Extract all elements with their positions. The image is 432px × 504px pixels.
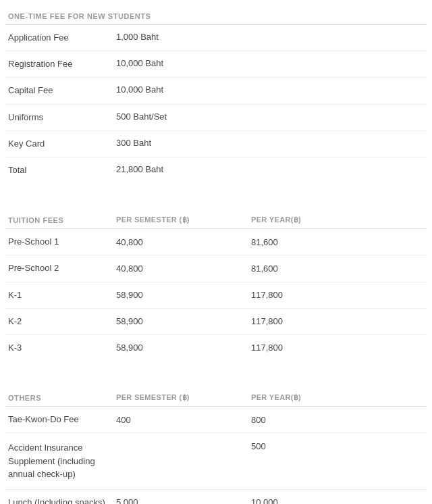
spacer-2 — [5, 374, 427, 388]
fee-row-uniforms: Uniforms 500 Baht/Set — [5, 105, 427, 131]
row-semester-lunch: 5,000 — [116, 497, 238, 504]
row-name-preschool1: Pre-School 1 — [8, 236, 116, 248]
spacer-1 — [5, 197, 427, 210]
tuition-row-k3: K-3 58,900 117,800 — [5, 335, 427, 361]
fee-value-registration: 10,000 Baht — [116, 58, 238, 68]
tuition-row-k1: K-1 58,900 117,800 — [5, 282, 427, 309]
fee-value-application: 1,000 Baht — [116, 32, 238, 42]
fee-label-registration: Registration Fee — [8, 58, 116, 70]
fee-label-capital: Capital Fee — [8, 84, 116, 97]
fee-row-keycard: Key Card 300 Baht — [5, 131, 427, 157]
row-semester-tkd: 400 — [116, 415, 238, 425]
row-semester-preschool1: 40,800 — [116, 237, 238, 247]
others-col-name: OTHERS — [8, 394, 116, 402]
tuition-row-k2: K-2 58,900 117,800 — [5, 309, 427, 335]
others-header: OTHERS PER SEMESTER (฿) PER YEAR(฿) — [5, 388, 427, 407]
tuition-col-semester: PER SEMESTER (฿) — [116, 216, 238, 224]
row-semester-preschool2: 40,800 — [116, 263, 238, 274]
fee-row-registration: Registration Fee 10,000 Baht — [5, 51, 427, 78]
tuition-fees-section: TUITION FEES PER SEMESTER (฿) PER YEAR(฿… — [5, 210, 427, 361]
tuition-header: TUITION FEES PER SEMESTER (฿) PER YEAR(฿… — [5, 210, 427, 229]
fee-row-capital: Capital Fee 10,000 Baht — [5, 78, 427, 104]
row-semester-k2: 58,900 — [116, 316, 238, 326]
row-year-k3: 117,800 — [238, 343, 424, 353]
row-name-preschool2: Pre-School 2 — [8, 262, 116, 274]
row-year-k1: 117,800 — [238, 290, 424, 300]
row-year-lunch: 10,000 — [238, 497, 424, 504]
page-container: ONE-TIME FEE FOR NEW STUDENTS Applicatio… — [0, 0, 432, 504]
fee-row-application: Application Fee 1,000 Baht — [5, 25, 427, 51]
fee-value-capital: 10,000 Baht — [116, 84, 238, 95]
others-row-insurance: Accident Insurance Supplement (including… — [5, 433, 427, 490]
fee-row-total: Total 21,800 Baht — [5, 157, 427, 183]
fee-value-uniforms: 500 Baht/Set — [116, 111, 238, 122]
others-row-tkd: Tae-Kwon-Do Fee 400 800 — [5, 407, 427, 433]
tuition-row-preschool1: Pre-School 1 40,800 81,600 — [5, 229, 427, 255]
one-time-fee-section: ONE-TIME FEE FOR NEW STUDENTS Applicatio… — [5, 7, 427, 183]
others-row-lunch: Lunch (Including snacks) 5,000 10,000 — [5, 490, 427, 504]
fee-value-total: 21,800 Baht — [116, 164, 238, 174]
row-year-k2: 117,800 — [238, 316, 424, 326]
others-section: OTHERS PER SEMESTER (฿) PER YEAR(฿) Tae-… — [5, 388, 427, 504]
fee-label-uniforms: Uniforms — [8, 111, 116, 124]
row-year-preschool1: 81,600 — [238, 237, 424, 247]
row-name-tkd: Tae-Kwon-Do Fee — [8, 413, 116, 426]
tuition-col-name: TUITION FEES — [8, 216, 116, 224]
tuition-row-preschool2: Pre-School 2 40,800 81,600 — [5, 255, 427, 282]
others-col-semester: PER SEMESTER (฿) — [116, 393, 238, 402]
row-year-tkd: 800 — [238, 415, 424, 425]
fee-label-application: Application Fee — [8, 32, 116, 44]
row-name-k2: K-2 — [8, 316, 116, 328]
one-time-fee-title: ONE-TIME FEE FOR NEW STUDENTS — [5, 7, 427, 25]
row-name-k1: K-1 — [8, 289, 116, 301]
tuition-col-year: PER YEAR(฿) — [238, 216, 424, 224]
others-col-year: PER YEAR(฿) — [238, 393, 424, 402]
row-name-insurance: Accident Insurance Supplement (including… — [8, 441, 116, 481]
fee-label-total: Total — [8, 164, 116, 176]
row-name-lunch: Lunch (Including snacks) — [8, 497, 116, 504]
row-year-insurance: 500 — [238, 441, 424, 451]
row-name-k3: K-3 — [8, 342, 116, 354]
row-semester-k3: 58,900 — [116, 343, 238, 353]
fee-label-keycard: Key Card — [8, 138, 116, 150]
row-year-preschool2: 81,600 — [238, 263, 424, 274]
row-semester-k1: 58,900 — [116, 290, 238, 300]
fee-value-keycard: 300 Baht — [116, 138, 238, 148]
